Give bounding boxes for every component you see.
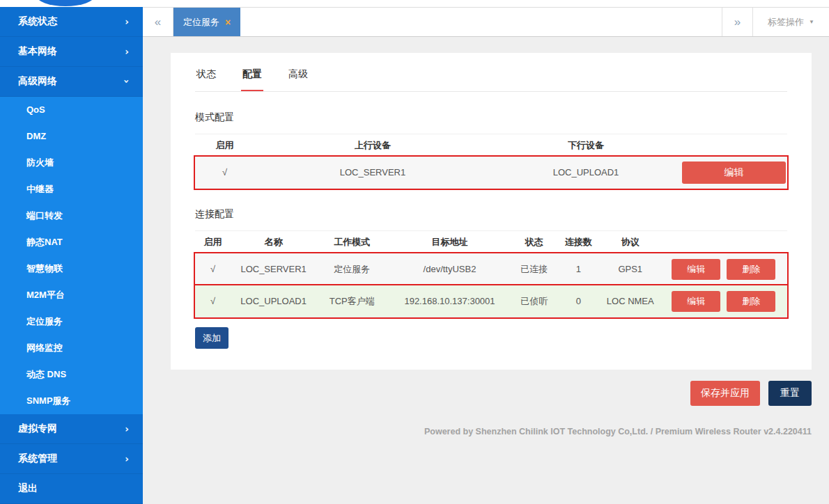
edit-button[interactable]: 编辑 [682,162,786,184]
settings-card: 状态 配置 高级 模式配置 启用 上行设备 下行设备 √ LOC_SERVE [171,53,812,370]
tabbar-spacer [240,8,722,36]
logo [36,0,95,6]
sidebar-item-static-nat[interactable]: 静态NAT [0,229,143,255]
cell-actions: 编辑 删除 [660,256,787,283]
cell-actions: 编辑 [681,159,787,187]
cell-downstream: LOC_UPLOAD1 [491,164,681,180]
cell-upstream: LOC_SERVER1 [254,164,491,180]
double-chevron-right-icon: » [734,15,741,29]
conn-config-title: 连接配置 [195,208,787,221]
sidebar: 系统状态 › 基本网络 › 高级网络 › QoS DMZ 防火墙 中继器 端口转… [0,0,143,504]
cell-enabled: √ [195,164,254,180]
mode-config-title: 模式配置 [195,111,787,124]
chevron-right-icon: › [125,47,129,56]
cell-work-mode: 定位服务 [316,260,387,278]
cell-actions: 编辑 删除 [660,288,787,315]
sidebar-item-port-forwarding[interactable]: 端口转发 [0,203,143,229]
conn-config-table: 启用 名称 工作模式 目标地址 状态 连接数 协议 √ LOC_SERVER1 … [195,230,787,317]
mode-config-row: √ LOC_SERVER1 LOC_UPLOAD1 编辑 [195,157,787,189]
sidebar-item-label: 系统管理 [18,452,57,465]
save-and-apply-button[interactable]: 保存并应用 [690,381,760,406]
table-header-row: 启用 名称 工作模式 目标地址 状态 连接数 协议 [195,231,787,253]
tab-status[interactable]: 状态 [195,65,217,91]
chevron-right-icon: › [125,454,129,464]
sidebar-item-network-monitor[interactable]: 网络监控 [0,335,143,361]
page-tabs: 状态 配置 高级 [195,65,787,92]
main-area: « 定位服务 × » 标签操作 ▼ 状态 配置 高级 模式配置 [143,0,829,504]
cell-status: 已侦听 [512,292,557,310]
sidebar-item-system-management[interactable]: 系统管理 › [0,444,143,474]
tab-operations-label: 标签操作 [768,16,804,29]
sidebar-item-basic-network[interactable]: 基本网络 › [0,37,143,67]
header-target-address: 目标地址 [387,233,512,251]
cell-target-address: /dev/ttyUSB2 [387,261,512,277]
tab-location-service[interactable]: 定位服务 × [173,8,240,36]
sidebar-item-label: 虚拟专网 [18,423,57,435]
cell-connection-count: 0 [557,293,601,309]
sidebar-item-dmz[interactable]: DMZ [0,123,143,150]
sidebar-item-vpn[interactable]: 虚拟专网 › [0,414,143,444]
logo-strip [0,0,143,7]
sidebar-item-system-status[interactable]: 系统状态 › [0,7,143,37]
edit-button[interactable]: 编辑 [672,291,720,312]
conn-row-loc-server1: √ LOC_SERVER1 定位服务 /dev/ttyUSB2 已连接 1 GP… [195,253,787,285]
tabs-scroll-left-button[interactable]: « [143,8,173,36]
header-connection-count: 连接数 [557,233,601,251]
tab-advanced[interactable]: 高级 [287,65,309,91]
cell-enabled: √ [195,293,231,309]
sidebar-item-qos[interactable]: QoS [0,97,143,123]
tab-config[interactable]: 配置 [241,65,263,91]
mode-config-table: 启用 上行设备 下行设备 √ LOC_SERVER1 LOC_UPLOAD1 编… [195,134,787,189]
header-actions [660,239,787,245]
sidebar-item-location-service[interactable]: 定位服务 [0,308,143,335]
cell-target-address: 192.168.10.137:30001 [387,293,512,309]
form-actions: 保存并应用 重置 [143,381,812,406]
chevron-right-icon: › [125,424,129,434]
sidebar-item-repeater[interactable]: 中继器 [0,176,143,203]
cell-protocol: LOC NMEA [601,293,660,309]
cell-connection-count: 1 [557,261,601,277]
page-content: 状态 配置 高级 模式配置 启用 上行设备 下行设备 √ LOC_SERVE [143,37,829,504]
sidebar-item-firewall[interactable]: 防火墙 [0,150,143,176]
sidebar-submenu: QoS DMZ 防火墙 中继器 端口转发 静态NAT 智慧物联 M2M平台 定位… [0,97,143,414]
header-enable: 启用 [195,233,231,251]
header-name: 名称 [231,233,316,251]
tab-label: 定位服务 [183,16,219,29]
header-upstream-device: 上行设备 [254,136,491,155]
sidebar-item-smart-iot[interactable]: 智慧物联 [0,255,143,282]
edit-button[interactable]: 编辑 [672,259,720,280]
sidebar-item-label: 退出 [18,482,38,495]
delete-button[interactable]: 删除 [727,259,775,280]
sidebar-item-label: 基本网络 [18,45,57,58]
header-actions [681,143,787,148]
header-protocol: 协议 [601,233,660,251]
tabs-scroll-right-button[interactable]: » [722,8,752,36]
top-strip [143,0,829,7]
close-icon[interactable]: × [225,17,231,28]
chevron-right-icon: › [125,17,129,26]
cell-status: 已连接 [512,260,557,278]
cell-protocol: GPS1 [601,261,660,277]
tab-bar: « 定位服务 × » 标签操作 ▼ [143,7,829,37]
sidebar-item-snmp-service[interactable]: SNMP服务 [0,388,143,414]
cell-name: LOC_SERVER1 [231,261,316,277]
cell-enabled: √ [195,261,231,277]
sidebar-item-label: 高级网络 [18,75,57,88]
tab-operations-dropdown[interactable]: 标签操作 ▼ [752,8,829,36]
sidebar-item-dynamic-dns[interactable]: 动态 DNS [0,361,143,388]
sidebar-item-advanced-network[interactable]: 高级网络 › [0,67,143,97]
header-downstream-device: 下行设备 [491,136,681,155]
header-enable: 启用 [195,136,254,155]
footer-credit: Powered by Shenzhen Chilink IOT Technolo… [143,427,812,436]
caret-down-icon: ▼ [809,19,814,25]
sidebar-item-logout[interactable]: 退出 [0,474,143,504]
conn-row-loc-upload1: √ LOC_UPLOAD1 TCP客户端 192.168.10.137:3000… [195,285,787,317]
chevron-down-icon: › [122,79,132,84]
sidebar-item-label: 系统状态 [18,15,57,28]
app-window: 系统状态 › 基本网络 › 高级网络 › QoS DMZ 防火墙 中继器 端口转… [0,0,829,504]
sidebar-item-m2m-platform[interactable]: M2M平台 [0,282,143,308]
reset-button[interactable]: 重置 [768,381,812,406]
cell-name: LOC_UPLOAD1 [231,293,316,309]
add-button[interactable]: 添加 [195,327,228,349]
delete-button[interactable]: 删除 [727,291,775,312]
